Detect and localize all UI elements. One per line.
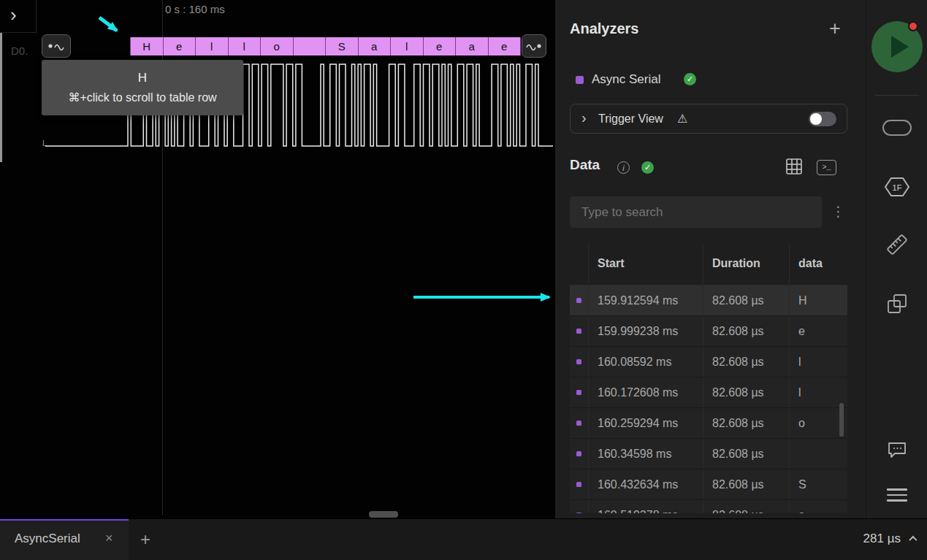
- analyzers-panel: Analyzers + Async Serial ✓ › Trigger Vie…: [555, 0, 866, 518]
- decoded-byte[interactable]: S: [326, 37, 359, 55]
- table-header-row: Start Duration data: [570, 244, 847, 285]
- decoded-byte[interactable]: l: [229, 37, 262, 55]
- header-data: data: [789, 244, 847, 285]
- row-marker: [570, 500, 588, 513]
- row-duration: 82.608 µs: [703, 469, 789, 499]
- table-row[interactable]: 159.912594 ms82.608 µsH: [570, 285, 847, 316]
- row-marker: [570, 377, 588, 407]
- analyzer-status-check-icon: ✓: [684, 73, 696, 85]
- row-start: 160.519278 ms: [588, 500, 703, 513]
- tab-async-serial[interactable]: AsyncSerial ×: [0, 519, 129, 560]
- bottom-tab-bar: AsyncSerial × + 281 µs: [0, 518, 927, 560]
- warning-icon: ⚠: [677, 112, 687, 126]
- toolbar-divider: [875, 95, 919, 96]
- close-icon[interactable]: ×: [105, 531, 113, 546]
- row-start: 159.999238 ms: [588, 316, 703, 346]
- device-icon[interactable]: [882, 120, 912, 136]
- decoded-byte[interactable]: H: [130, 37, 164, 55]
- capture-duration-label: 281 µs: [863, 532, 901, 546]
- search-input[interactable]: [570, 196, 822, 228]
- table-row[interactable]: 160.432634 ms82.608 µsS: [570, 469, 847, 500]
- search-box: [570, 196, 822, 228]
- chat-icon[interactable]: [887, 441, 907, 463]
- range-start-handle[interactable]: [42, 34, 71, 58]
- row-data: e: [789, 316, 847, 346]
- info-icon[interactable]: i: [617, 161, 630, 174]
- row-data: [789, 439, 847, 469]
- waveform-canvas[interactable]: 0 s : 160 ms › D0. Hello Saleae L H ⌘+cl…: [0, 0, 555, 518]
- active-tab-indicator: [0, 519, 129, 521]
- chevron-right-icon[interactable]: ›: [581, 110, 587, 126]
- dot-sine-icon: [47, 41, 66, 51]
- hex-display-icon[interactable]: 1F: [884, 177, 910, 200]
- data-section-title: Data: [570, 157, 600, 173]
- menu-icon[interactable]: [887, 485, 907, 505]
- sine-dot-icon: [525, 41, 543, 51]
- more-options-icon[interactable]: ⋮: [831, 203, 845, 220]
- row-duration: 82.608 µs: [703, 316, 789, 346]
- toggle-knob: [810, 113, 822, 125]
- row-marker: [570, 408, 588, 438]
- decoded-byte[interactable]: o: [261, 37, 294, 55]
- analyzers-title: Analyzers: [570, 20, 639, 37]
- row-data: S: [789, 469, 847, 499]
- decoded-byte[interactable]: l: [391, 37, 424, 55]
- row-marker: [570, 316, 588, 346]
- row-duration: 82.608 µs: [703, 377, 789, 407]
- table-body: 159.912594 ms82.608 µsH159.999238 ms82.6…: [570, 285, 847, 513]
- analyzer-item-async-serial[interactable]: Async Serial: [592, 72, 660, 87]
- table-row[interactable]: 160.519278 ms82.608 µsa: [570, 500, 847, 513]
- decoded-bytes-strip: Hello Saleae: [130, 37, 521, 55]
- decoded-data-table: Start Duration data 159.912594 ms82.608 …: [570, 244, 847, 513]
- byte-tooltip: H ⌘+click to scroll to table row: [42, 60, 243, 115]
- capture-duration-control[interactable]: 281 µs: [863, 532, 914, 546]
- row-start: 160.34598 ms: [588, 439, 703, 469]
- tab-label: AsyncSerial: [15, 532, 80, 546]
- header-start: Start: [588, 244, 703, 285]
- row-start: 160.432634 ms: [588, 469, 703, 499]
- trigger-view-row[interactable]: › Trigger View ⚠: [570, 104, 847, 134]
- table-scrollbar-thumb[interactable]: [839, 403, 844, 437]
- row-data: H: [789, 285, 847, 315]
- add-tab-button[interactable]: +: [140, 529, 150, 550]
- decoded-byte[interactable]: e: [489, 37, 522, 55]
- tooltip-hint: ⌘+click to scroll to table row: [68, 91, 216, 104]
- add-analyzer-button[interactable]: +: [824, 18, 846, 40]
- tooltip-value: H: [138, 71, 147, 85]
- row-marker-icon: [576, 298, 581, 303]
- row-duration: 82.608 µs: [703, 439, 789, 469]
- row-marker: [570, 469, 588, 499]
- row-marker: [570, 285, 588, 315]
- record-status-dot: [908, 21, 918, 31]
- app-window: 0 s : 160 ms › D0. Hello Saleae L H ⌘+cl…: [0, 0, 927, 560]
- trigger-view-toggle[interactable]: [809, 112, 836, 126]
- decoded-byte[interactable]: a: [359, 37, 392, 55]
- row-marker: [570, 347, 588, 377]
- play-icon: [891, 36, 909, 58]
- row-start: 160.08592 ms: [588, 347, 703, 377]
- table-row[interactable]: 160.34598 ms82.608 µs: [570, 439, 847, 469]
- row-data: a: [789, 500, 847, 513]
- decoded-byte[interactable]: e: [164, 37, 197, 55]
- terminal-view-icon[interactable]: >_: [817, 160, 836, 175]
- right-toolbar: 1F: [866, 0, 927, 518]
- table-row[interactable]: 160.172608 ms82.608 µsl: [570, 377, 847, 408]
- row-marker-icon: [576, 451, 581, 456]
- analyzer-color-swatch: [576, 76, 584, 84]
- decoded-byte[interactable]: l: [196, 37, 229, 55]
- row-marker-icon: [576, 329, 581, 334]
- table-row[interactable]: 159.999238 ms82.608 µse: [570, 316, 847, 347]
- decoded-byte[interactable]: [294, 37, 327, 55]
- decoded-byte[interactable]: e: [424, 37, 457, 55]
- row-duration: 82.608 µs: [703, 285, 789, 315]
- row-duration: 82.608 µs: [703, 500, 789, 513]
- range-end-handle[interactable]: [522, 34, 546, 58]
- table-view-icon[interactable]: [786, 158, 802, 177]
- decoded-byte[interactable]: a: [456, 37, 489, 55]
- measure-icon[interactable]: [885, 232, 909, 260]
- header-duration: Duration: [703, 244, 789, 285]
- table-row[interactable]: 160.08592 ms82.608 µsl: [570, 347, 847, 377]
- table-row[interactable]: 160.259294 ms82.608 µso: [570, 408, 847, 439]
- row-data: o: [789, 408, 847, 438]
- extensions-icon[interactable]: [885, 292, 909, 318]
